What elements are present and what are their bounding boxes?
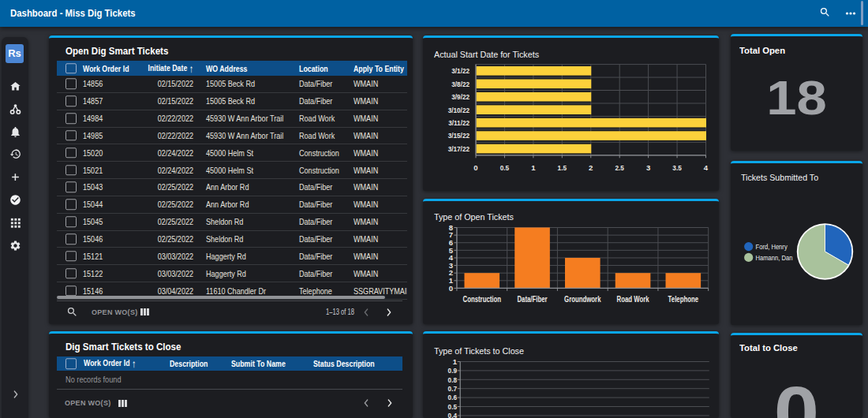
svg-text:3.5: 3.5	[672, 163, 682, 172]
svg-text:3/11/22: 3/11/22	[448, 118, 470, 127]
svg-text:3/9/22: 3/9/22	[451, 92, 470, 101]
svg-text:1.5: 1.5	[558, 163, 567, 172]
svg-text:Groundwork: Groundwork	[564, 295, 601, 304]
svg-text:1: 1	[531, 163, 536, 172]
svg-text:2.5: 2.5	[615, 163, 624, 172]
svg-text:3/15/22: 3/15/22	[448, 131, 470, 140]
svg-text:0.9: 0.9	[448, 366, 457, 375]
svg-text:0.7: 0.7	[448, 384, 457, 393]
svg-text:4: 4	[704, 163, 709, 172]
svg-text:Data/Fiber: Data/Fiber	[517, 295, 547, 304]
svg-text:0.5: 0.5	[500, 163, 510, 172]
svg-text:Telephone: Telephone	[668, 295, 699, 304]
svg-text:Hamann, Dan: Hamann, Dan	[756, 254, 793, 262]
svg-text:0.5: 0.5	[448, 402, 458, 411]
svg-text:2: 2	[589, 163, 593, 172]
svg-text:1: 1	[453, 357, 458, 366]
svg-text:3/8/22: 3/8/22	[451, 80, 470, 88]
svg-text:0.8: 0.8	[448, 375, 457, 384]
svg-text:3/17/22: 3/17/22	[448, 144, 470, 153]
svg-text:3/10/22: 3/10/22	[448, 106, 470, 114]
svg-text:0.4: 0.4	[448, 411, 458, 418]
svg-text:0: 0	[473, 163, 477, 172]
svg-text:Road Work: Road Work	[617, 295, 649, 304]
svg-text:3/1/22: 3/1/22	[451, 66, 470, 75]
svg-text:3: 3	[646, 163, 650, 172]
svg-text:0.6: 0.6	[448, 393, 457, 401]
svg-text:Construction: Construction	[463, 295, 502, 304]
svg-text:0: 0	[449, 284, 453, 293]
svg-text:Ford, Henry: Ford, Henry	[756, 243, 788, 251]
